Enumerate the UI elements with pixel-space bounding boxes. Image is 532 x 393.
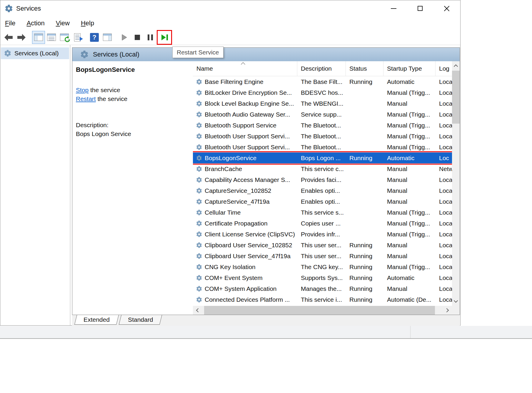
description-label: Description: [76, 122, 109, 129]
minimize-button[interactable] [385, 0, 402, 16]
forward-button[interactable] [15, 31, 28, 44]
table-row[interactable]: COM+ System Application Manages the... R… [193, 283, 452, 294]
show-action-pane-button[interactable] [101, 31, 114, 44]
column-header-description[interactable]: Description [297, 61, 346, 76]
column-header-status[interactable]: Status [346, 61, 383, 76]
table-row[interactable]: BopsLogonService Bops Logon ... Running … [193, 152, 452, 163]
service-description: This service s... [297, 209, 346, 216]
restart-tooltip: Restart Service [172, 47, 224, 58]
restart-service-icon [161, 34, 168, 41]
pane-header: Services (Local) [72, 48, 460, 61]
table-row[interactable]: Bluetooth Support Service The Bluetoot..… [193, 120, 452, 131]
service-description: Provides infr... [297, 231, 346, 238]
service-description: The Bluetoot... [297, 144, 346, 151]
vertical-scrollbar[interactable] [452, 61, 460, 306]
properties-button[interactable] [45, 31, 58, 44]
service-name-cell: BopsLogonService [193, 155, 297, 162]
horizontal-scroll-thumb[interactable] [204, 306, 435, 315]
menu-item-view[interactable]: View [56, 19, 70, 27]
service-name-cell: Clipboard User Service_102852 [193, 242, 297, 249]
start-service-button[interactable] [118, 31, 131, 44]
export-list-button[interactable] [71, 31, 84, 44]
vertical-scroll-thumb[interactable] [452, 71, 460, 124]
service-name: Base Filtering Engine [205, 78, 264, 85]
table-row[interactable]: BranchCache This service c... Manual Net… [193, 163, 452, 174]
service-description: BDESVC hos... [297, 89, 346, 96]
table-row[interactable]: BitLocker Drive Encryption Se... BDESVC … [193, 87, 452, 98]
refresh-button[interactable] [58, 31, 71, 44]
service-gear-icon [196, 122, 202, 129]
list-header: Name Description Status Startup Type Log [193, 61, 452, 76]
table-row[interactable]: COM+ Event System Supports Sys... Runnin… [193, 272, 452, 283]
show-console-tree-button[interactable] [32, 31, 45, 44]
maximize-button[interactable] [411, 0, 428, 16]
table-row[interactable]: Cellular Time This service s... Manual (… [193, 207, 452, 218]
service-startup-type: Manual (Trigg... [383, 133, 436, 140]
view-tab[interactable]: Standard [119, 315, 162, 325]
service-startup-type: Automatic [383, 78, 436, 85]
service-startup-type: Manual [383, 187, 436, 194]
restart-service-link[interactable]: Restart [76, 95, 96, 102]
table-row[interactable]: CNG Key Isolation The CNG key... Running… [193, 261, 452, 272]
table-row[interactable]: Clipboard User Service_47f19a This user … [193, 251, 452, 261]
service-name-cell: Certificate Propagation [193, 220, 297, 227]
column-header-startup-type[interactable]: Startup Type [383, 61, 436, 76]
service-name: BopsLogonService [205, 155, 256, 162]
menu-item-action[interactable]: Action [26, 19, 44, 27]
scroll-left-button[interactable] [193, 306, 202, 315]
service-log-on-as: Loca [436, 285, 452, 292]
stop-service-button[interactable] [131, 31, 144, 44]
service-name: Clipboard User Service_47f19a [205, 253, 291, 260]
service-startup-type: Manual [383, 253, 436, 260]
service-name: BranchCache [205, 165, 242, 173]
service-name-cell: COM+ System Application [193, 285, 297, 292]
services-list: Base Filtering Engine The Base Filt... R… [193, 76, 452, 306]
service-status: Running [346, 274, 383, 281]
status-bar-divider [410, 326, 411, 338]
sort-ascending-icon [241, 62, 246, 67]
services-node-icon [4, 49, 11, 57]
column-header-name[interactable]: Name [193, 61, 297, 76]
table-row[interactable]: Client License Service (ClipSVC) Provide… [193, 229, 452, 240]
back-button[interactable] [2, 31, 15, 44]
service-gear-icon [196, 133, 202, 140]
pause-service-button[interactable] [144, 31, 157, 44]
service-description: The Bluetoot... [297, 122, 346, 129]
window-body: Services (Local) Services (Local) BopsLo… [0, 45, 460, 325]
table-row[interactable]: Bluetooth Audio Gateway Ser... Service s… [193, 109, 452, 120]
table-row[interactable]: Bluetooth User Support Servi... The Blue… [193, 131, 452, 142]
table-row[interactable]: Block Level Backup Engine Se... The WBEN… [193, 98, 452, 109]
scroll-up-button[interactable] [452, 61, 460, 70]
table-row[interactable]: Certificate Propagation Copies user ... … [193, 218, 452, 229]
restart-highlight-box [157, 30, 172, 45]
service-startup-type: Manual [383, 285, 436, 292]
table-row[interactable]: Connected Devices Platform ... This serv… [193, 294, 452, 305]
pane-header-icon [80, 50, 89, 59]
column-header-log-on-as[interactable]: Log [436, 61, 452, 76]
services-app-icon [4, 4, 13, 13]
horizontal-scrollbar[interactable] [193, 306, 452, 315]
menu-item-file[interactable]: File [5, 19, 15, 27]
scroll-down-button[interactable] [452, 297, 460, 306]
scroll-right-button[interactable] [443, 306, 452, 315]
table-row[interactable]: Bluetooth User Support Servi... The Blue… [193, 142, 452, 152]
stop-service-link[interactable]: Stop [76, 87, 89, 93]
help-button[interactable]: ? [88, 31, 101, 44]
table-row[interactable]: Base Filtering Engine The Base Filt... R… [193, 76, 452, 87]
table-row[interactable]: CaptureService_47f19a Enables opti... Ma… [193, 196, 452, 207]
table-row[interactable]: Capability Access Manager S... Provides … [193, 174, 452, 185]
table-row[interactable]: CaptureService_102852 Enables opti... Ma… [193, 185, 452, 196]
service-log-on-as: Loca [436, 187, 452, 194]
service-description: This user ser... [297, 242, 346, 249]
view-tab[interactable]: Extended [74, 315, 119, 325]
menu-item-help[interactable]: Help [81, 19, 94, 27]
tree-item-services-local[interactable]: Services (Local) [1, 47, 69, 59]
service-description: Enables opti... [297, 187, 346, 194]
service-name: CaptureService_102852 [205, 187, 271, 194]
service-description: Enables opti... [297, 198, 346, 205]
table-row[interactable]: Clipboard User Service_102852 This user … [193, 240, 452, 251]
restart-service-button[interactable] [158, 31, 171, 44]
close-button[interactable] [438, 0, 455, 16]
service-log-on-as: Loca [436, 176, 452, 183]
service-startup-type: Automatic [383, 274, 436, 281]
